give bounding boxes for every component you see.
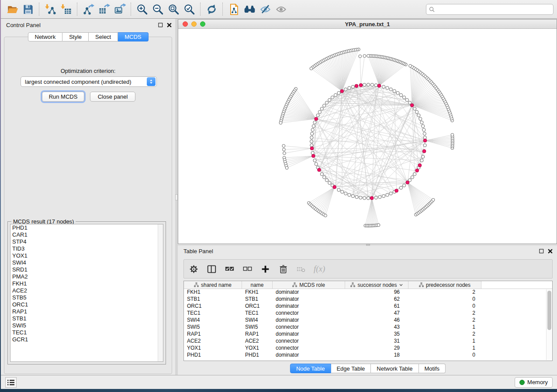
table-row[interactable]: YOX1YOX1connector291 — [184, 345, 552, 352]
table-cell: dominator — [273, 296, 345, 303]
column-header-name[interactable]: name — [242, 281, 273, 289]
close-panel-icon[interactable] — [167, 23, 172, 28]
table-row[interactable]: STB1STB1dominator620 — [184, 296, 552, 303]
column-header-shared-name[interactable]: shared name — [184, 281, 242, 289]
tab-edge-table[interactable]: Edge Table — [331, 364, 371, 373]
delete-column-button[interactable] — [278, 264, 288, 274]
zoom-selected-button[interactable] — [181, 1, 197, 17]
table-cell: dominator — [273, 303, 345, 310]
zoom-fit-button[interactable] — [166, 1, 181, 17]
export-table-button[interactable] — [96, 1, 112, 17]
network-canvas[interactable] — [178, 29, 557, 244]
mcds-result-item[interactable]: SWI5 — [10, 322, 163, 329]
zoom-out-button[interactable] — [150, 1, 166, 17]
open-file-button[interactable] — [4, 1, 20, 17]
binoculars-icon — [244, 3, 256, 15]
mcds-result-item[interactable]: RAP1 — [10, 308, 163, 315]
file-network-icon — [228, 3, 240, 15]
tab-select[interactable]: Select — [89, 32, 118, 41]
memory-button[interactable]: Memory — [515, 377, 553, 388]
mcds-result-item[interactable]: SRD1 — [10, 266, 163, 273]
tree-icon — [419, 282, 424, 287]
criterion-dropdown[interactable]: largest connected component (undirected) — [21, 76, 157, 87]
toolbar-separator — [222, 3, 223, 16]
search-field[interactable] — [426, 4, 554, 15]
import-table-button[interactable] — [58, 1, 74, 17]
mcds-result-item[interactable]: TID3 — [10, 245, 163, 252]
mcds-list-scrollbar[interactable] — [158, 224, 163, 361]
save-session-button[interactable] — [20, 1, 36, 17]
zoom-in-button[interactable] — [134, 1, 150, 17]
hide-selected-button[interactable] — [257, 1, 273, 17]
mcds-result-item[interactable]: STP4 — [10, 238, 163, 245]
tab-style[interactable]: Style — [62, 32, 89, 41]
zoom-out-icon — [152, 3, 164, 15]
mcds-result-item[interactable]: FKH1 — [10, 280, 163, 287]
float-panel-icon[interactable] — [158, 23, 163, 28]
plus-icon — [261, 265, 270, 274]
table-row[interactable]: RAP1RAP1dominator352 — [184, 331, 552, 338]
deselect-all-columns-button[interactable] — [242, 264, 253, 274]
search-input[interactable] — [436, 6, 550, 12]
mcds-result-item[interactable]: PHD1 — [10, 224, 163, 231]
tab-motifs[interactable]: Motifs — [419, 364, 446, 373]
table-row[interactable]: ORC1ORC1dominator610 — [184, 303, 552, 310]
close-panel-button[interactable]: Close panel — [90, 92, 135, 102]
table-settings-button[interactable] — [188, 264, 199, 274]
tab-mcds[interactable]: MCDS — [118, 32, 148, 41]
memory-status-icon — [519, 380, 525, 385]
column-header-successor-nodes[interactable]: successor nodes — [345, 281, 408, 289]
find-button[interactable] — [242, 1, 257, 17]
close-panel-icon[interactable] — [548, 249, 553, 254]
table-row[interactable]: SWI4SWI4dominator462 — [184, 317, 552, 324]
tab-node-table[interactable]: Node Table — [290, 364, 331, 373]
mcds-result-item[interactable]: ORC1 — [10, 301, 163, 308]
tab-network-table[interactable]: Network Table — [371, 364, 419, 373]
delete-table-button[interactable] — [296, 264, 306, 274]
table-cell: 0 — [408, 303, 481, 310]
mcds-result-item[interactable]: CAR1 — [10, 231, 163, 238]
show-all-button[interactable] — [273, 1, 289, 17]
mcds-result-item[interactable]: TEC1 — [10, 329, 163, 336]
mcds-result-list[interactable]: PHD1CAR1STP4TID3YOX1SWI4SRD1PMA2FKH1ACE2… — [10, 224, 163, 362]
table-cell: 1 — [408, 338, 481, 345]
import-network-button[interactable] — [42, 1, 58, 17]
export-network-button[interactable] — [80, 1, 96, 17]
network-titlebar[interactable]: YPA_prune.txt_1 — [178, 20, 557, 29]
function-builder-button[interactable]: f(x) — [314, 264, 325, 274]
table-cell: 46 — [345, 317, 408, 324]
import-table-icon — [60, 3, 72, 15]
mcds-result-item[interactable]: SWI4 — [10, 259, 163, 266]
control-panel-tabs: Network Style Select MCDS — [28, 32, 148, 41]
node-table: shared name name MCDS role successor nod… — [183, 281, 553, 361]
table-row[interactable]: PHD1PHD1dominator180 — [184, 352, 552, 359]
mcds-result-item[interactable]: STB5 — [10, 294, 163, 301]
export-network-icon — [83, 3, 94, 15]
tab-network[interactable]: Network — [28, 32, 62, 41]
mcds-result-item[interactable]: GCR1 — [10, 336, 163, 343]
table-row[interactable]: FKH1FKH1dominator962 — [184, 289, 552, 296]
column-header-predecessor-nodes[interactable]: predecessor nodes — [408, 281, 481, 289]
mcds-result-item[interactable]: STB1 — [10, 315, 163, 322]
table-row[interactable]: TEC1TEC1connector472 — [184, 310, 552, 317]
mcds-result-item[interactable]: PMA2 — [10, 273, 163, 280]
table-row[interactable]: ACE2ACE2connector311 — [184, 338, 552, 345]
scrollbar-thumb[interactable] — [547, 291, 551, 330]
create-column-button[interactable] — [260, 264, 270, 274]
zoom-selected-icon — [183, 3, 195, 15]
task-history-button[interactable] — [5, 377, 17, 388]
apply-layout-button[interactable] — [204, 1, 219, 17]
show-column-panel-button[interactable] — [206, 264, 217, 274]
column-header-mcds-role[interactable]: MCDS role — [273, 281, 345, 289]
table-row[interactable]: SWI5SWI5connector431 — [184, 324, 552, 331]
export-image-button[interactable] — [112, 1, 128, 17]
table-scrollbar[interactable] — [546, 289, 552, 360]
run-mcds-button[interactable]: Run MCDS — [42, 92, 84, 102]
mcds-result-item[interactable]: YOX1 — [10, 252, 163, 259]
unchecked-boxes-icon — [243, 265, 252, 274]
select-all-columns-button[interactable] — [224, 264, 235, 274]
float-panel-icon[interactable] — [539, 249, 544, 254]
desktop-wallpaper-bottom — [0, 389, 557, 392]
mcds-result-item[interactable]: ACE2 — [10, 287, 163, 294]
network-from-file-button[interactable] — [226, 1, 242, 17]
